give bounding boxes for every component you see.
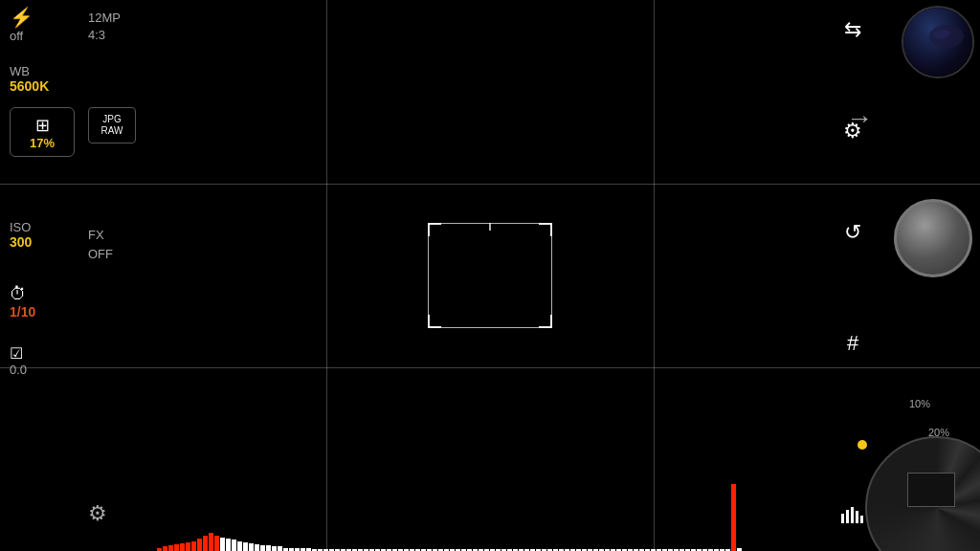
fx-text: FX OFF	[88, 226, 155, 263]
histogram-bar	[243, 542, 248, 551]
shutter-speed-section[interactable]: ⏱ 1/10	[10, 284, 77, 320]
settings-icon: ⚙	[88, 501, 107, 525]
svg-rect-2	[851, 507, 854, 523]
histogram-bar	[295, 548, 300, 552]
timer-rotate-button[interactable]: ↺	[844, 220, 861, 245]
ev-section[interactable]: ☑ 0.0	[10, 344, 77, 377]
histogram-bar	[186, 542, 190, 551]
dial-label-10: 10%	[909, 398, 930, 409]
histogram-bar	[249, 543, 254, 551]
right-controls-column: ⇆ ⚙ ↺ #	[829, 0, 877, 551]
focus-square	[428, 223, 552, 328]
ev-value: 0.0	[10, 363, 77, 377]
shutter-value: 1/10	[10, 304, 77, 320]
histogram-bar	[180, 543, 185, 551]
left-panel: ⚡ off WB 5600K ⊞ 17% ISO 300 ⏱ 1/10 ☑ 0.…	[0, 0, 86, 551]
histogram-toggle-button[interactable]	[839, 504, 866, 530]
timer-icon: ⏱	[10, 284, 77, 304]
svg-rect-0	[841, 514, 844, 523]
histogram-bar	[283, 548, 288, 552]
iso-section[interactable]: ISO 300	[10, 220, 77, 250]
dial-label-20: 20%	[928, 427, 949, 438]
histogram-bar	[157, 548, 162, 552]
histogram-bar	[278, 546, 282, 551]
resolution-section[interactable]: 12MP 4:3	[88, 10, 155, 44]
histogram-bar	[203, 536, 208, 551]
svg-rect-4	[860, 516, 863, 523]
iso-value: 300	[10, 234, 77, 250]
histogram-bar	[197, 539, 202, 551]
wb-label: WB	[10, 64, 77, 78]
crop-button[interactable]: ⊞ 17%	[10, 107, 75, 157]
flash-section[interactable]: ⚡ off	[10, 8, 77, 43]
next-arrow-button[interactable]: →	[846, 103, 873, 134]
format-button[interactable]: JPG RAW	[88, 107, 136, 143]
histogram-bar	[266, 545, 271, 551]
exposure-dot	[858, 440, 867, 450]
histogram-bar	[301, 548, 305, 552]
histogram-bar	[226, 539, 231, 551]
flash-label: off	[10, 29, 23, 43]
resolution-label: 12MP 4:3	[88, 10, 121, 44]
histogram-bar	[255, 544, 259, 551]
shutter-button[interactable]	[894, 199, 972, 277]
settings-gear-left[interactable]: ⚙	[88, 501, 155, 541]
histogram-bar	[237, 541, 242, 552]
histogram-bar	[214, 536, 219, 551]
histogram-bar	[220, 538, 225, 551]
histogram-bar	[163, 546, 167, 551]
second-column: 12MP 4:3 JPG RAW FX OFF ⚙	[88, 0, 155, 551]
histogram-bar	[191, 541, 196, 552]
wb-value: 5600K	[10, 78, 77, 94]
dial-preview-box	[907, 473, 955, 507]
histogram-bar	[232, 540, 236, 551]
fx-section[interactable]: FX OFF	[88, 226, 155, 263]
wb-section[interactable]: WB 5600K	[10, 64, 77, 94]
flash-icon: ⚡	[10, 8, 33, 27]
histogram-bar	[731, 484, 736, 551]
histogram-display	[153, 474, 670, 551]
histogram-bar	[260, 545, 265, 551]
format-label: JPG RAW	[101, 114, 123, 137]
ev-icon: ☑	[10, 344, 77, 363]
svg-rect-3	[856, 511, 858, 523]
crop-value: 17%	[30, 136, 55, 150]
histogram-bar	[272, 546, 277, 551]
flip-camera-button[interactable]: ⇆	[844, 17, 861, 42]
histogram-bar	[289, 548, 294, 552]
histogram-bar	[306, 548, 311, 552]
histogram-bar	[209, 533, 213, 551]
crop-icon: ⊞	[35, 115, 50, 136]
last-photo-thumbnail[interactable]	[902, 6, 974, 78]
svg-rect-1	[846, 510, 849, 523]
histogram-bar	[168, 545, 173, 551]
iso-label: ISO	[10, 220, 77, 234]
histogram-bar	[174, 544, 179, 551]
histogram-bar	[737, 548, 742, 552]
grid-toggle-button[interactable]: #	[847, 331, 858, 356]
